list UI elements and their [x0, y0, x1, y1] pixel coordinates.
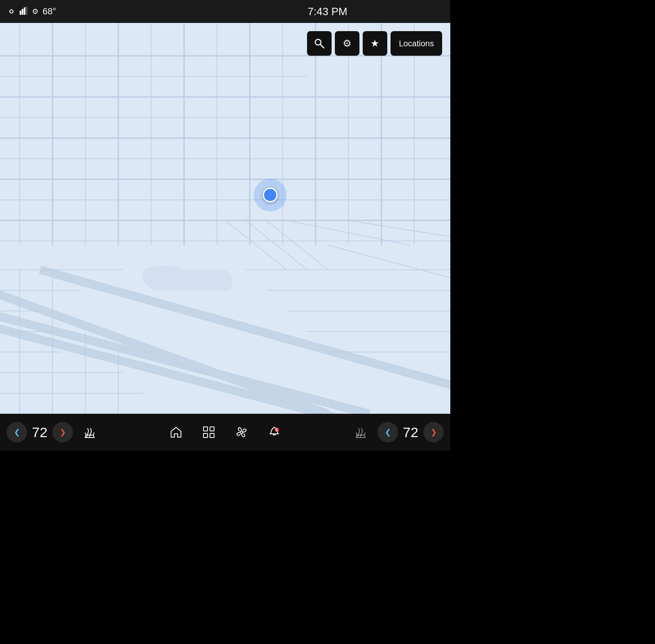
bottom-bar: ❮ 72 ❯: [0, 414, 450, 451]
locations-label: Locations: [399, 39, 434, 48]
svg-rect-62: [203, 427, 208, 431]
svg-rect-3: [26, 7, 27, 15]
temp-left-display: 72: [29, 424, 50, 440]
chevron-right-icon: ❯: [60, 428, 66, 437]
status-bar: ⭘ ⚙ 68° 7:43 PM: [0, 0, 450, 23]
svg-rect-65: [210, 433, 214, 438]
status-time: 7:43 PM: [308, 5, 348, 18]
bottom-center-icons: [162, 418, 289, 447]
svg-line-71: [364, 433, 365, 435]
svg-rect-2: [24, 7, 25, 15]
right-temp-control: ❮ 72 ❯: [346, 418, 444, 447]
svg-rect-1: [22, 9, 23, 15]
bluetooth-icon: ⭘: [8, 7, 16, 16]
left-temp-control: ❮ 72 ❯: [7, 418, 104, 447]
svg-line-61: [93, 433, 94, 435]
location-dot: [254, 179, 287, 211]
grid-button[interactable]: [194, 418, 223, 447]
temp-right-display: 72: [400, 424, 421, 440]
locations-button[interactable]: Locations: [391, 31, 442, 56]
svg-line-70: [356, 433, 357, 435]
map-svg: [0, 23, 450, 414]
svg-point-69: [276, 431, 277, 431]
favorites-button[interactable]: ★: [363, 31, 387, 56]
location-pulse: [254, 179, 287, 211]
search-button[interactable]: [307, 31, 332, 56]
fan-button[interactable]: [227, 418, 256, 447]
svg-rect-64: [203, 433, 208, 438]
temp-right-increase[interactable]: ❯: [423, 422, 444, 442]
chevron-left-icon: ❮: [14, 428, 20, 437]
home-button[interactable]: [162, 418, 190, 447]
status-left: ⭘ ⚙ 68°: [8, 6, 56, 17]
temp-left-decrease[interactable]: ❮: [7, 422, 27, 442]
map-settings-button[interactable]: ⚙: [335, 31, 359, 56]
gear-icon: ⚙: [343, 38, 352, 49]
map-container[interactable]: ⚙ ★ Locations: [0, 23, 450, 414]
heated-seat-right-button[interactable]: [346, 418, 375, 447]
chevron-right-icon-right: ❯: [431, 428, 437, 437]
status-temperature: 68°: [43, 6, 56, 17]
svg-line-60: [85, 433, 86, 435]
svg-point-66: [240, 431, 243, 433]
location-center: [263, 188, 278, 202]
signal-icon: [20, 7, 28, 17]
map-toolbar: ⚙ ★ Locations: [307, 31, 442, 56]
heated-seat-left-button[interactable]: [75, 418, 104, 447]
svg-rect-63: [210, 427, 214, 431]
star-icon: ★: [370, 38, 379, 49]
svg-rect-4: [0, 23, 450, 414]
temp-right-decrease[interactable]: ❮: [377, 422, 398, 442]
svg-line-59: [321, 45, 324, 48]
svg-rect-0: [20, 11, 21, 15]
temp-left-increase[interactable]: ❯: [52, 422, 73, 442]
chevron-left-icon-right: ❮: [385, 428, 391, 437]
settings-status-icon: ⚙: [32, 7, 38, 16]
notification-button[interactable]: [260, 418, 289, 447]
